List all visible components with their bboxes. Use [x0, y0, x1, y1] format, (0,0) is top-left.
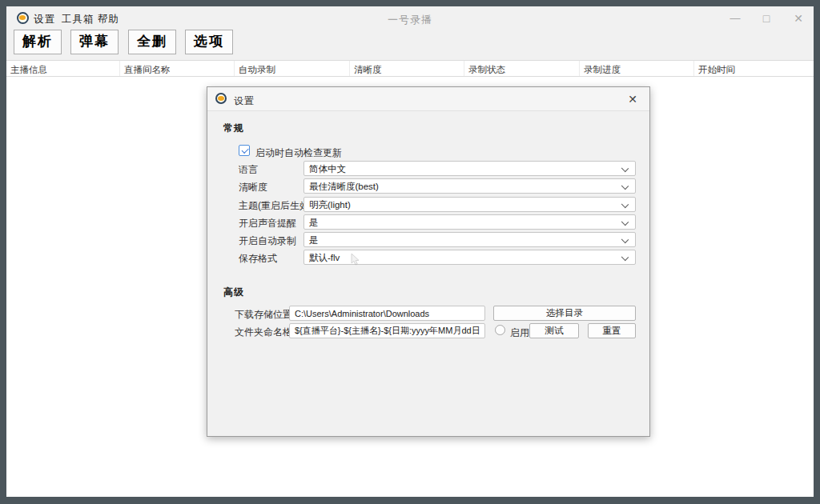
- parse-button[interactable]: 解析: [14, 30, 62, 54]
- options-button[interactable]: 选项: [185, 30, 233, 54]
- app-logo-icon: [17, 12, 29, 24]
- reset-naming-button[interactable]: 重置: [588, 323, 636, 338]
- col-streamer-info[interactable]: 主播信息: [6, 61, 120, 76]
- auto-update-checkbox[interactable]: [239, 145, 250, 156]
- enable-naming-radio[interactable]: [495, 325, 505, 335]
- test-naming-button[interactable]: 测试: [529, 323, 579, 338]
- general-section-heading: 常规: [223, 122, 244, 135]
- col-record-status[interactable]: 录制状态: [464, 61, 580, 76]
- theme-select[interactable]: 明亮(light): [303, 197, 636, 212]
- download-location-input[interactable]: [289, 306, 485, 321]
- close-icon[interactable]: ✕: [787, 10, 810, 27]
- col-auto-record[interactable]: 自动录制: [235, 61, 350, 76]
- dialog-close-icon[interactable]: ✕: [624, 91, 641, 107]
- quality-value: 最佳清晰度(best): [309, 182, 379, 191]
- col-start-time[interactable]: 开始时间: [694, 61, 814, 76]
- menu-settings[interactable]: 设置: [34, 13, 55, 26]
- browse-directory-button[interactable]: 选择目录: [493, 306, 636, 321]
- auto-update-checkbox-label: 启动时自动检查更新: [255, 146, 342, 160]
- quality-select[interactable]: 最佳清晰度(best): [303, 178, 636, 194]
- theme-label: 主题(重启后生效): [239, 197, 312, 213]
- sound-alert-label: 开启声音提醒: [239, 214, 296, 230]
- chevron-down-icon: [621, 165, 629, 172]
- menu-help[interactable]: 帮助: [98, 13, 119, 26]
- danmaku-button[interactable]: 弹幕: [70, 30, 119, 54]
- table-header-row: 主播信息 直播间名称 自动录制 清晰度 录制状态 录制进度 开始时间: [6, 60, 814, 77]
- minimize-icon[interactable]: —: [724, 10, 746, 27]
- maximize-icon[interactable]: □: [755, 10, 778, 27]
- dialog-title: 设置: [234, 94, 255, 108]
- delete-all-button[interactable]: 全删: [128, 30, 176, 54]
- chevron-down-icon: [621, 201, 629, 208]
- save-format-value: 默认-flv: [309, 253, 340, 262]
- enable-naming-radio-label: 启用: [510, 325, 529, 340]
- col-quality[interactable]: 清晰度: [350, 61, 464, 76]
- col-room-name[interactable]: 直播间名称: [120, 61, 235, 76]
- auto-record-select[interactable]: 是: [303, 232, 636, 247]
- chevron-down-icon: [621, 236, 629, 243]
- chevron-down-icon: [621, 254, 629, 261]
- save-format-label: 保存格式: [239, 250, 277, 266]
- chevron-down-icon: [621, 182, 629, 190]
- download-location-label: 下载存储位置: [235, 306, 292, 322]
- sound-alert-value: 是: [309, 218, 319, 227]
- auto-record-value: 是: [309, 235, 319, 245]
- chevron-down-icon: [621, 218, 629, 226]
- theme-value: 明亮(light): [309, 200, 351, 210]
- dialog-logo-icon: [215, 93, 227, 104]
- language-label: 语言: [239, 161, 258, 177]
- window-title: 一号录播: [6, 13, 814, 27]
- settings-dialog: 设置 ✕ 常规 启动时自动检查更新 语言 简体中文 清晰度 最佳清晰度(best…: [207, 86, 650, 437]
- titlebar[interactable]: 设置 工具箱 帮助 一号录播 — □ ✕: [6, 6, 814, 30]
- col-record-progress[interactable]: 录制进度: [580, 61, 694, 76]
- mouse-cursor-icon: [351, 254, 360, 266]
- sound-alert-select[interactable]: 是: [303, 214, 636, 230]
- folder-naming-input[interactable]: [289, 323, 485, 338]
- auto-record-label: 开启自动录制: [239, 232, 296, 248]
- dialog-titlebar[interactable]: 设置 ✕: [207, 87, 649, 111]
- language-select[interactable]: 简体中文: [303, 161, 636, 176]
- main-window: 设置 工具箱 帮助 一号录播 — □ ✕ 解析 弹幕 全删 选项 主播信息 直播…: [6, 6, 814, 497]
- language-value: 简体中文: [309, 164, 346, 174]
- advanced-section-heading: 高级: [223, 286, 244, 299]
- menu-toolbox[interactable]: 工具箱: [62, 13, 94, 26]
- quality-label: 清晰度: [239, 178, 267, 194]
